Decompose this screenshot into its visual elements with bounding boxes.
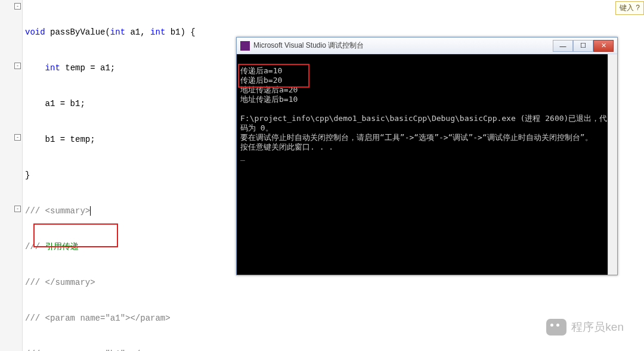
doc-comment: /// <summary> xyxy=(25,206,90,216)
console-title: Microsoft Visual Studio 调试控制台 xyxy=(253,41,553,51)
editor-gutter: - - - - xyxy=(0,0,23,351)
console-window[interactable]: Microsoft Visual Studio 调试控制台 — ☐ ✕ 传递后a… xyxy=(236,37,618,275)
console-titlebar[interactable]: Microsoft Visual Studio 调试控制台 — ☐ ✕ xyxy=(237,38,617,54)
ime-hint[interactable]: 键入 ? xyxy=(615,1,644,15)
console-output[interactable]: 传递后a=10 传递后b=20 地址传递后a=20 地址传递后b=10 F:\p… xyxy=(237,54,617,275)
text-caret xyxy=(90,206,91,216)
function-name: passByValue xyxy=(50,27,105,37)
keyword: int xyxy=(150,27,165,37)
console-line: F:\project_info\cpp\demo1_basic\basicCpp… xyxy=(240,114,607,132)
keyword: void xyxy=(25,27,45,37)
close-button[interactable]: ✕ xyxy=(593,40,614,52)
doc-comment: /// <param name="a1"></param> xyxy=(25,313,171,323)
param: a1, xyxy=(125,27,150,37)
console-cursor: _ xyxy=(240,152,245,161)
param: b1) { xyxy=(165,27,195,37)
console-line: 地址传递后b=10 xyxy=(240,95,298,104)
highlight-box-variables xyxy=(33,223,118,247)
keyword: int xyxy=(110,27,125,37)
console-line: 按任意键关闭此窗口. . . xyxy=(240,142,333,151)
fold-toggle[interactable]: - xyxy=(14,134,21,141)
fold-toggle[interactable]: - xyxy=(14,206,21,212)
maximize-button[interactable]: ☐ xyxy=(573,40,593,52)
watermark: 程序员ken xyxy=(546,319,624,336)
wechat-icon xyxy=(546,319,566,336)
doc-comment: /// </summary> xyxy=(25,278,95,287)
fold-toggle[interactable]: - xyxy=(14,63,21,69)
fold-toggle[interactable]: - xyxy=(14,3,21,10)
highlight-box-output xyxy=(238,64,309,88)
minimize-button[interactable]: — xyxy=(553,40,573,52)
console-line: 要在调试停止时自动关闭控制台，请启用“工具”->“选项”->“调试”->“调试停… xyxy=(240,133,593,142)
watermark-text: 程序员ken xyxy=(571,319,624,335)
console-scrollbar[interactable] xyxy=(608,54,617,275)
vs-icon xyxy=(240,41,250,51)
